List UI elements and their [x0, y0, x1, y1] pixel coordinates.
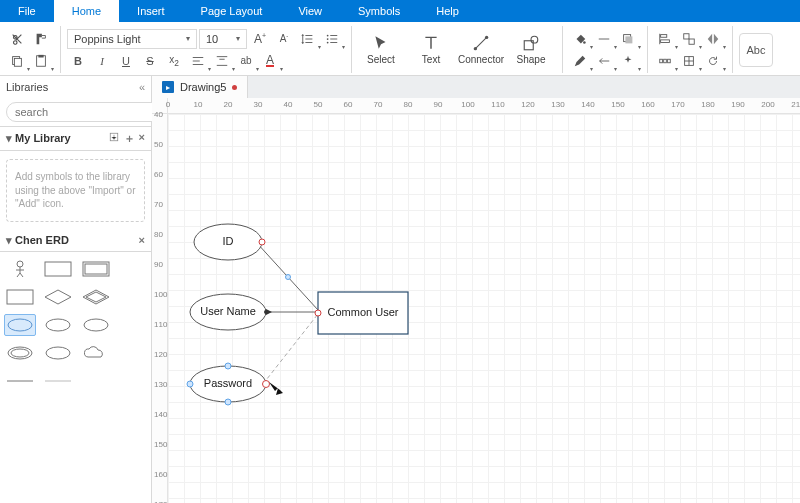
- chen-erd-header[interactable]: ▾ Chen ERD ×: [0, 230, 151, 252]
- palette-weak-relationship[interactable]: [80, 286, 112, 308]
- bullets-button[interactable]: ▾: [321, 28, 343, 50]
- svg-rect-3: [38, 54, 43, 57]
- palette-entity2[interactable]: [4, 286, 36, 308]
- shadow-button[interactable]: ▾: [617, 28, 639, 50]
- palette-actor[interactable]: [4, 258, 36, 280]
- flip-button[interactable]: ▾: [702, 28, 724, 50]
- sub-super-button[interactable]: x2: [163, 50, 185, 72]
- align-objects-button[interactable]: ▾: [654, 28, 676, 50]
- rotate-button[interactable]: ▾: [702, 50, 724, 72]
- selection-handle-icon[interactable]: [225, 363, 231, 369]
- mylibrary-header[interactable]: ▾ My Library ＋ ×: [0, 127, 151, 151]
- line-icon: [597, 32, 611, 46]
- palette-attribute2[interactable]: [42, 342, 74, 364]
- font-name-select[interactable]: Poppins Light ▾: [67, 29, 197, 49]
- ruler-tick: 40: [284, 100, 293, 109]
- palette-entity[interactable]: [42, 258, 74, 280]
- collapse-sidebar-button[interactable]: «: [139, 81, 145, 93]
- svg-rect-16: [684, 33, 689, 38]
- select-tool-button[interactable]: Select: [358, 27, 404, 73]
- group-icon: [682, 32, 696, 46]
- valign-button[interactable]: ▾: [211, 50, 233, 72]
- copy-button[interactable]: ▾: [6, 50, 28, 72]
- distribute-button[interactable]: ▾: [654, 50, 676, 72]
- drawing-canvas[interactable]: ID User Name Password: [168, 114, 800, 503]
- palette-relationship[interactable]: [42, 286, 74, 308]
- menu-symbols[interactable]: Symbols: [340, 0, 418, 22]
- text-tool-button[interactable]: Text: [408, 27, 454, 73]
- palette-attribute[interactable]: [4, 314, 36, 336]
- actor-icon: [10, 259, 30, 279]
- connection-point-icon[interactable]: [315, 310, 321, 316]
- ribbon-font: Poppins Light ▾ 10 ▾ A+ A- ▾ ▾: [67, 26, 352, 73]
- menu-insert[interactable]: Insert: [119, 0, 183, 22]
- svg-point-31: [84, 319, 108, 331]
- attribute-username[interactable]: User Name: [190, 294, 272, 330]
- unsaved-indicator-icon: [232, 85, 237, 90]
- strike-button[interactable]: S: [139, 50, 161, 72]
- paste-button[interactable]: ▾: [30, 50, 52, 72]
- palette-key-attribute[interactable]: [42, 314, 74, 336]
- close-lib-button[interactable]: ×: [139, 131, 145, 146]
- text-case-button[interactable]: ab▾: [235, 50, 257, 72]
- format-painter-button[interactable]: [30, 28, 52, 50]
- select-tool-label: Select: [367, 54, 395, 65]
- ruler-tick: 40: [154, 110, 163, 119]
- attribute-id[interactable]: ID: [194, 224, 265, 260]
- menu-file[interactable]: File: [0, 0, 54, 22]
- palette-cloud[interactable]: [80, 342, 112, 364]
- grow-font-button[interactable]: A+: [249, 28, 271, 50]
- shape-tool-label: Shape: [517, 54, 546, 65]
- ruler-tick: 120: [521, 100, 534, 109]
- menu-page[interactable]: Page Layout: [183, 0, 281, 22]
- connection-point-icon[interactable]: [263, 381, 270, 388]
- line-style-button[interactable]: ▾: [593, 28, 615, 50]
- document-tab[interactable]: ▸ Drawing5: [152, 76, 248, 98]
- style-preset-button[interactable]: Abc: [739, 33, 773, 67]
- attribute-password[interactable]: Password: [187, 363, 270, 405]
- align-left-button[interactable]: ▾: [187, 50, 209, 72]
- line-color-button[interactable]: ▾: [569, 50, 591, 72]
- font-size-select[interactable]: 10 ▾: [199, 29, 247, 49]
- horizontal-ruler[interactable]: 0102030405060708090100110120130140150160…: [168, 98, 800, 114]
- underline-button[interactable]: U: [115, 50, 137, 72]
- connector-tool-button[interactable]: Connector: [458, 27, 504, 73]
- ellipse-icon: [44, 317, 72, 333]
- menu-view[interactable]: View: [280, 0, 340, 22]
- shape-tool-button[interactable]: Shape: [508, 27, 554, 73]
- conn-password-entity[interactable]: [263, 314, 318, 384]
- palette-weak-entity[interactable]: [80, 258, 112, 280]
- shrink-font-button[interactable]: A-: [273, 28, 295, 50]
- brush-icon: [34, 32, 48, 46]
- menu-help[interactable]: Help: [418, 0, 477, 22]
- add-button[interactable]: ＋: [124, 131, 135, 146]
- close-chen-button[interactable]: ×: [139, 234, 145, 246]
- group-button[interactable]: ▾: [678, 28, 700, 50]
- vertical-ruler[interactable]: 405060708090100110120130140150160170: [152, 114, 168, 503]
- arrow-start-button[interactable]: ▾: [593, 50, 615, 72]
- search-input[interactable]: [6, 102, 162, 122]
- quick-style-button[interactable]: ▾: [617, 50, 639, 72]
- menu-home[interactable]: Home: [54, 0, 119, 22]
- ruler-tick: 130: [154, 380, 167, 389]
- bold-button[interactable]: B: [67, 50, 89, 72]
- palette-derived-attribute[interactable]: [80, 314, 112, 336]
- selection-handle-icon[interactable]: [187, 381, 193, 387]
- cut-button[interactable]: [6, 28, 28, 50]
- palette-line1[interactable]: [4, 370, 36, 392]
- import-button[interactable]: [108, 131, 120, 146]
- line-icon: [6, 377, 34, 385]
- font-color-button[interactable]: A▾: [259, 50, 281, 72]
- ruler-tick: 30: [254, 100, 263, 109]
- workspace: ▾ My Library ＋ × Add symbols to the libr…: [0, 98, 800, 503]
- text-tool-label: Text: [422, 54, 440, 65]
- selection-handle-icon[interactable]: [225, 399, 231, 405]
- size-button[interactable]: ▾: [678, 50, 700, 72]
- italic-button[interactable]: I: [91, 50, 113, 72]
- entity-common-user[interactable]: Common User: [286, 275, 409, 335]
- fill-color-button[interactable]: ▾: [569, 28, 591, 50]
- connection-point-icon[interactable]: [259, 239, 265, 245]
- line-spacing-button[interactable]: ▾: [297, 28, 319, 50]
- palette-multi-attribute[interactable]: [4, 342, 36, 364]
- palette-line2[interactable]: [42, 370, 74, 392]
